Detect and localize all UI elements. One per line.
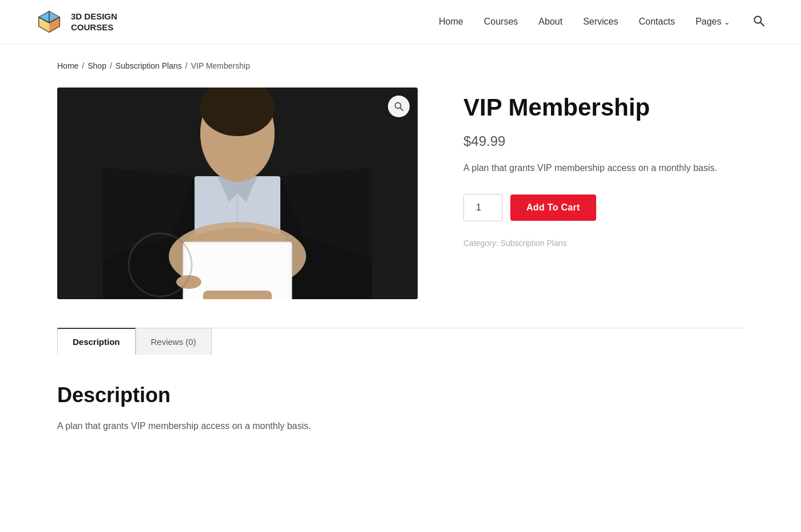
nav-services[interactable]: Services (583, 17, 618, 27)
svg-line-31 (400, 108, 403, 111)
main-content: Home / Shop / Subscription Plans / VIP M… (23, 44, 778, 485)
chevron-down-icon: ⌄ (724, 18, 730, 26)
nav-pages-dropdown[interactable]: Pages ⌄ (696, 17, 730, 27)
svg-point-29 (213, 142, 261, 170)
product-illustration (57, 88, 418, 299)
product-image-container (57, 88, 418, 299)
breadcrumb-subscription-plans[interactable]: Subscription Plans (116, 61, 182, 70)
tab-reviews[interactable]: Reviews (0) (136, 328, 212, 355)
description-heading: Description (57, 383, 744, 407)
breadcrumb-shop[interactable]: Shop (88, 61, 106, 70)
site-logo[interactable]: 3D DESIGN COURSES (34, 7, 117, 37)
description-section: Description A plan that grants VIP membe… (57, 378, 744, 468)
nav-contacts[interactable]: Contacts (639, 17, 675, 27)
breadcrumb-current: VIP Membership (191, 61, 250, 70)
nav-about[interactable]: About (538, 17, 562, 27)
svg-line-9 (760, 22, 764, 26)
nav-home[interactable]: Home (439, 17, 463, 27)
search-button[interactable] (751, 13, 767, 31)
category-label: Category: (463, 239, 498, 248)
product-section: VIP Membership $49.99 A plan that grants… (57, 88, 744, 299)
breadcrumb-sep1: / (82, 61, 84, 70)
quantity-input[interactable] (463, 194, 502, 221)
product-category: Category: Subscription Plans (463, 239, 744, 248)
add-to-cart-row: Add To Cart (463, 194, 744, 221)
nav-pages-link[interactable]: Pages (696, 17, 721, 27)
product-price: $49.99 (463, 133, 744, 149)
breadcrumb-sep2: / (110, 61, 112, 70)
breadcrumb: Home / Shop / Subscription Plans / VIP M… (57, 61, 744, 70)
main-nav: Home Courses About Services Contacts Pag… (439, 13, 767, 31)
product-description-short: A plan that grants VIP membership access… (463, 161, 744, 176)
breadcrumb-sep3: / (185, 61, 188, 70)
tabs-section: Description Reviews (0) (57, 328, 744, 355)
svg-rect-24 (203, 291, 272, 299)
product-title: VIP Membership (463, 93, 744, 122)
zoom-button[interactable] (388, 96, 410, 117)
tabs-row: Description Reviews (0) (57, 328, 744, 355)
logo-icon (34, 7, 64, 37)
breadcrumb-home[interactable]: Home (57, 61, 78, 70)
nav-courses[interactable]: Courses (484, 17, 518, 27)
header: 3D DESIGN COURSES Home Courses About Ser… (0, 0, 801, 44)
category-link[interactable]: Subscription Plans (501, 239, 567, 248)
logo-text: 3D DESIGN COURSES (71, 11, 117, 33)
description-body: A plan that grants VIP membership access… (57, 419, 744, 434)
product-image (57, 88, 418, 299)
search-icon (753, 15, 764, 26)
product-details: VIP Membership $49.99 A plan that grants… (463, 88, 744, 299)
tab-description[interactable]: Description (57, 328, 136, 355)
zoom-icon (394, 102, 403, 111)
add-to-cart-button[interactable]: Add To Cart (510, 194, 596, 221)
